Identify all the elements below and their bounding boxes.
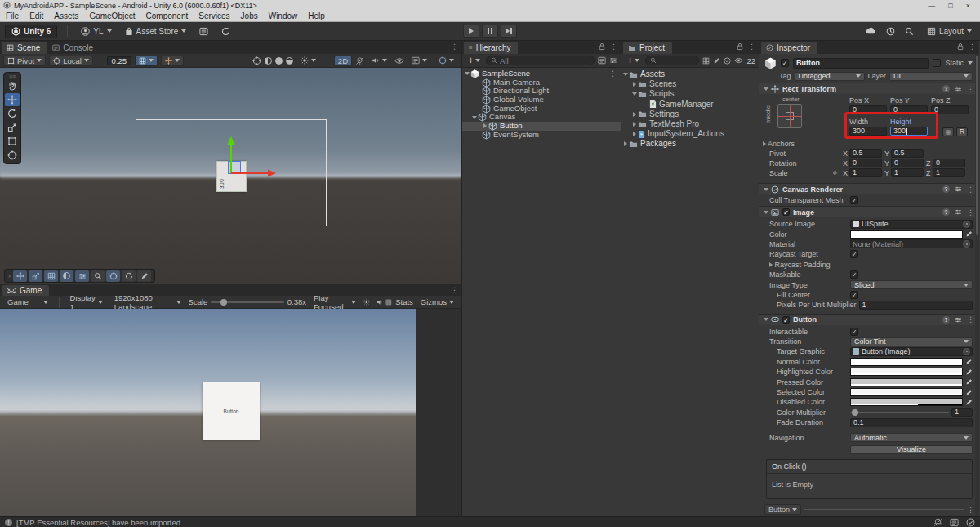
height-field[interactable]: 300 [890, 127, 928, 136]
presets-icon[interactable] [955, 208, 962, 216]
tab-console[interactable]: Console [47, 42, 100, 54]
image-color-swatch[interactable] [850, 230, 963, 239]
overlay-move-icon[interactable] [13, 270, 27, 282]
rotation-x-field[interactable]: 0 [849, 159, 882, 167]
scale-link-icon[interactable] [831, 169, 839, 176]
minimize-button[interactable]: — [928, 2, 935, 10]
search-by-type-icon[interactable] [702, 57, 710, 65]
overlay-grid-icon[interactable] [44, 270, 58, 282]
object-picker-icon[interactable] [963, 348, 970, 355]
visualize-button[interactable]: Visualize [850, 445, 973, 454]
game-button-object[interactable]: Button [203, 382, 260, 440]
hierarchy-add-button[interactable]: + [466, 56, 483, 66]
hierarchy-subscene-icon[interactable] [598, 56, 606, 65]
hierarchy-row-gameobject[interactable]: GameObject [462, 105, 621, 114]
help-icon[interactable]: ? [942, 85, 950, 92]
pos-z-field[interactable]: 0 [931, 105, 969, 114]
material-field[interactable]: None (Material) [850, 239, 973, 248]
scene-viewport[interactable]: 300 ≡≡ [0, 68, 461, 284]
overlay-anchor-icon[interactable] [29, 270, 42, 282]
lock-icon[interactable] [599, 42, 605, 51]
static-dropdown-caret[interactable] [968, 61, 973, 65]
component-menu-icon[interactable]: ⋮ [967, 208, 974, 217]
rotation-y-field[interactable]: 0 [891, 159, 924, 167]
hierarchy-row-canvas[interactable]: Canvas [462, 113, 621, 122]
component-menu-icon[interactable]: ⋮ [967, 185, 974, 194]
fade-duration-field[interactable]: 0.1 [850, 418, 973, 427]
eyedropper-icon[interactable] [965, 230, 973, 238]
scale-z-field[interactable]: 1 [933, 168, 965, 177]
canvas-renderer-header[interactable]: Canvas Renderer ? ⋮ [760, 183, 979, 194]
menu-assets[interactable]: Assets [54, 11, 78, 20]
scene-lighting-toggle-icon[interactable] [355, 56, 364, 65]
presets-icon[interactable] [955, 185, 962, 193]
scale-y-field[interactable]: 1 [891, 168, 924, 177]
width-field[interactable]: 300 [849, 127, 887, 136]
mute-audio-icon[interactable] [376, 298, 383, 306]
anchor-preset-button[interactable] [777, 104, 802, 128]
hierarchy-row-button[interactable]: Button [462, 122, 621, 131]
menu-jobs[interactable]: Jobs [241, 11, 258, 20]
presets-icon[interactable] [955, 85, 962, 92]
tag-dropdown[interactable]: Untagged [795, 72, 865, 81]
project-row-inputsystem[interactable]: InputSystem_Actions [621, 129, 759, 139]
color-multiplier-slider[interactable] [850, 412, 949, 413]
favorites-icon[interactable] [724, 57, 731, 65]
vsync-grid-icon[interactable] [385, 298, 392, 306]
menu-gameobject[interactable]: GameObject [89, 11, 135, 20]
pivot-toggle[interactable]: Pivot [3, 56, 46, 66]
flare-dropdown[interactable] [296, 56, 320, 66]
view-tool-hand[interactable] [5, 79, 20, 92]
tab-project[interactable]: Project [623, 42, 672, 54]
inspector-scrollbar[interactable] [975, 54, 979, 516]
help-icon[interactable]: ? [942, 185, 950, 193]
game-panel-menu-icon[interactable]: ⋮ [451, 286, 458, 294]
search-by-label-icon[interactable] [713, 57, 720, 65]
cull-transparent-checkbox[interactable]: ✓ [850, 196, 858, 204]
transform-tool[interactable] [5, 149, 20, 162]
grid-snapping-dropdown[interactable] [135, 56, 158, 66]
component-menu-icon[interactable]: ⋮ [967, 315, 974, 324]
raw-edit-mode-button[interactable]: R [956, 127, 968, 136]
variant-footer-button[interactable]: Button [764, 504, 801, 515]
pivot-y-field[interactable]: 0.5 [891, 149, 924, 158]
package-manager-icon[interactable] [196, 25, 212, 38]
disabled-color-swatch[interactable] [850, 398, 963, 406]
maskable-checkbox[interactable]: ✓ [850, 270, 858, 279]
scene-panel-menu-icon[interactable]: ⋮ [451, 42, 458, 51]
tab-game[interactable]: Game [2, 285, 49, 296]
scale-x-field[interactable]: 1 [849, 168, 882, 177]
pressed-color-swatch[interactable] [850, 378, 963, 386]
color-multiplier-field[interactable]: 1 [951, 408, 973, 417]
project-row-scenes[interactable]: Scenes [621, 79, 759, 89]
raycast-padding-foldout[interactable]: Raycast Padding [769, 261, 831, 269]
normal-color-swatch[interactable] [850, 358, 963, 366]
overlay-flag-icon[interactable] [122, 270, 136, 282]
button-component-header[interactable]: ✓ Button ? ⋮ [760, 314, 979, 325]
eyedropper-icon[interactable] [965, 399, 973, 406]
scale-slider[interactable] [211, 301, 283, 303]
object-picker-icon[interactable] [963, 240, 970, 248]
project-row-textmeshpro[interactable]: TextMesh Pro [621, 119, 759, 129]
play-button[interactable] [463, 25, 479, 38]
audio-toggle[interactable] [368, 56, 391, 66]
eyedropper-icon[interactable] [965, 378, 973, 386]
raycast-target-checkbox[interactable]: ✓ [850, 250, 858, 258]
rotate-tool[interactable] [5, 107, 20, 120]
display-dropdown[interactable]: Display 1 [66, 297, 107, 307]
menu-help[interactable]: Help [308, 11, 325, 20]
mute-notifications-icon[interactable] [933, 518, 942, 527]
source-image-field[interactable]: UISprite [850, 220, 973, 229]
object-picker-icon[interactable] [963, 221, 970, 228]
component-menu-icon[interactable]: ⋮ [967, 85, 974, 93]
move-tool[interactable] [5, 93, 20, 106]
frame-debugger-icon[interactable] [363, 298, 370, 306]
hierarchy-menu-icon[interactable]: ⋮ [610, 42, 617, 51]
transition-dropdown[interactable]: Color Tint [850, 337, 973, 346]
selected-color-swatch[interactable] [850, 388, 963, 396]
eyedropper-icon[interactable] [965, 389, 973, 396]
image-type-dropdown[interactable]: Sliced [850, 280, 973, 289]
rect-tool[interactable] [5, 135, 20, 148]
eyedropper-icon[interactable] [965, 368, 973, 376]
lock-icon[interactable] [957, 42, 964, 51]
